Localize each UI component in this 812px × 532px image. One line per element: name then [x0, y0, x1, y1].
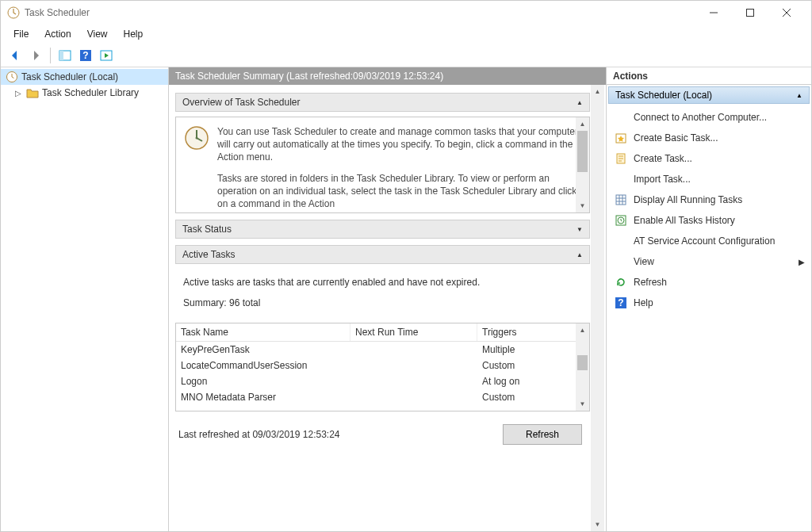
- clock-icon: [6, 71, 18, 83]
- close-button[interactable]: [768, 1, 805, 25]
- chevron-right-icon: ▶: [799, 258, 805, 266]
- tree-child-node[interactable]: ▷ Task Scheduler Library: [1, 85, 168, 101]
- tree-root-label: Task Scheduler (Local): [21, 71, 118, 82]
- actions-scope-label: Task Scheduler (Local): [615, 90, 712, 101]
- active-tasks-header[interactable]: Active Tasks ▲: [175, 245, 590, 264]
- summary-header: Task Scheduler Summary (Last refreshed: …: [169, 67, 606, 85]
- cell-task-name: Logon: [176, 375, 350, 388]
- tree-root-node[interactable]: Task Scheduler (Local): [1, 69, 168, 85]
- svg-text:?: ?: [82, 50, 88, 61]
- active-tasks-grid: Task Name Next Run Time Triggers KeyPreG…: [175, 323, 590, 411]
- scroll-down-icon[interactable]: ▼: [576, 397, 589, 411]
- grid-scrollbar[interactable]: ▲ ▼: [576, 323, 589, 411]
- scroll-up-icon[interactable]: ▲: [576, 117, 589, 131]
- show-hide-console-tree-button[interactable]: [56, 46, 75, 65]
- toolbar-separator: [50, 48, 51, 63]
- overview-scrollbar[interactable]: ▲ ▼: [576, 117, 589, 212]
- cell-next-run: [350, 343, 477, 356]
- action-label: View: [634, 256, 654, 267]
- action-at-service-account[interactable]: AT Service Account Configuration: [607, 231, 811, 251]
- scroll-track[interactable]: [576, 131, 589, 199]
- scroll-up-icon[interactable]: ▲: [591, 85, 604, 98]
- svg-rect-12: [616, 195, 626, 205]
- action-connect-computer[interactable]: Connect to Another Computer...: [607, 107, 811, 128]
- back-button[interactable]: [6, 46, 25, 65]
- run-toolbar-button[interactable]: [97, 46, 116, 65]
- svg-text:?: ?: [618, 297, 623, 308]
- collapse-icon[interactable]: ▲: [576, 99, 583, 106]
- table-row[interactable]: Logon At log on: [176, 373, 576, 389]
- action-label: AT Service Account Configuration: [634, 235, 775, 247]
- svg-rect-3: [59, 51, 63, 60]
- scroll-track[interactable]: [576, 337, 589, 397]
- cell-triggers: Multiple: [477, 343, 576, 356]
- center-panel: Task Scheduler Summary (Last refreshed: …: [169, 67, 607, 531]
- menu-help[interactable]: Help: [116, 27, 151, 41]
- action-refresh[interactable]: Refresh: [607, 272, 811, 293]
- scroll-up-icon[interactable]: ▲: [576, 323, 589, 337]
- cell-next-run: [350, 375, 477, 388]
- action-enable-tasks-history[interactable]: Enable All Tasks History: [607, 210, 811, 231]
- column-next-run-time[interactable]: Next Run Time: [350, 323, 477, 341]
- help-toolbar-button[interactable]: ?: [76, 46, 95, 65]
- expand-icon[interactable]: ▼: [576, 226, 583, 233]
- center-scroll: Overview of Task Scheduler ▲ You can use…: [169, 85, 606, 531]
- table-row[interactable]: MNO Metadata Parser Custom: [176, 389, 576, 405]
- summary-header-timestamp: 09/03/2019 12:53:24: [353, 71, 440, 82]
- scroll-track[interactable]: [591, 98, 604, 518]
- action-help[interactable]: ? Help: [607, 293, 811, 313]
- footer-prefix: Last refreshed at: [178, 429, 252, 440]
- refresh-button[interactable]: Refresh: [503, 424, 582, 445]
- scroll-down-icon[interactable]: ▼: [576, 199, 589, 212]
- content: Task Scheduler (Local) ▷ Task Scheduler …: [1, 67, 811, 531]
- help-icon: ?: [615, 297, 627, 309]
- blank-icon: [615, 173, 627, 186]
- scroll-thumb[interactable]: [577, 131, 588, 172]
- action-display-running-tasks[interactable]: Display All Running Tasks: [607, 189, 811, 210]
- collapse-icon[interactable]: ▲: [796, 92, 802, 99]
- overview-para1: You can use Task Scheduler to create and…: [217, 125, 578, 164]
- expand-icon[interactable]: ▷: [13, 89, 23, 98]
- clock-large-icon: [184, 125, 209, 151]
- cell-triggers: At log on: [477, 375, 576, 388]
- summary-header-suffix: ): [440, 71, 443, 82]
- actions-scope-header[interactable]: Task Scheduler (Local) ▲: [608, 86, 810, 104]
- summary-header-prefix: Task Scheduler Summary (Last refreshed:: [175, 71, 353, 82]
- scroll-thumb[interactable]: [577, 355, 588, 370]
- column-triggers[interactable]: Triggers: [477, 323, 589, 341]
- overview-box: You can use Task Scheduler to create and…: [175, 117, 590, 213]
- center-scrollbar[interactable]: ▲ ▼: [591, 85, 604, 531]
- maximize-button[interactable]: [732, 1, 768, 25]
- table-row[interactable]: KeyPreGenTask Multiple: [176, 342, 576, 358]
- grid-header: Task Name Next Run Time Triggers: [176, 323, 589, 342]
- action-create-basic-task[interactable]: Create Basic Task...: [607, 128, 811, 148]
- menu-view[interactable]: View: [79, 27, 116, 41]
- task-status-header[interactable]: Task Status ▼: [175, 220, 590, 239]
- task-status-title: Task Status: [182, 224, 232, 235]
- scroll-down-icon[interactable]: ▼: [591, 518, 604, 531]
- action-label: Enable All Tasks History: [634, 215, 735, 226]
- action-import-task[interactable]: Import Task...: [607, 169, 811, 189]
- library-folder-icon: [26, 86, 39, 99]
- footer-text: Last refreshed at 09/03/2019 12:53:24: [178, 429, 340, 440]
- collapse-icon[interactable]: ▲: [576, 251, 583, 258]
- window-controls: [695, 1, 805, 25]
- menu-action[interactable]: Action: [36, 27, 79, 41]
- minimize-button[interactable]: [695, 1, 732, 25]
- grid-body: KeyPreGenTask Multiple LocateCommandUser…: [176, 342, 589, 405]
- forward-button[interactable]: [26, 46, 45, 65]
- actions-panel: Actions Task Scheduler (Local) ▲ Connect…: [607, 67, 811, 531]
- action-create-task[interactable]: Create Task...: [607, 148, 811, 169]
- table-row[interactable]: LocateCommandUserSession Custom: [176, 358, 576, 373]
- grid-icon: [615, 193, 627, 206]
- column-task-name[interactable]: Task Name: [176, 323, 350, 341]
- active-tasks-title: Active Tasks: [182, 249, 235, 260]
- overview-header[interactable]: Overview of Task Scheduler ▲: [175, 93, 590, 112]
- overview-para2: Tasks are stored in folders in the Task …: [217, 172, 578, 211]
- action-view-submenu[interactable]: View ▶: [607, 251, 811, 272]
- cell-task-name: LocateCommandUserSession: [176, 359, 350, 372]
- blank-icon: [615, 111, 627, 124]
- menu-file[interactable]: File: [6, 27, 36, 41]
- overview-title: Overview of Task Scheduler: [182, 97, 301, 108]
- svg-point-9: [196, 137, 198, 140]
